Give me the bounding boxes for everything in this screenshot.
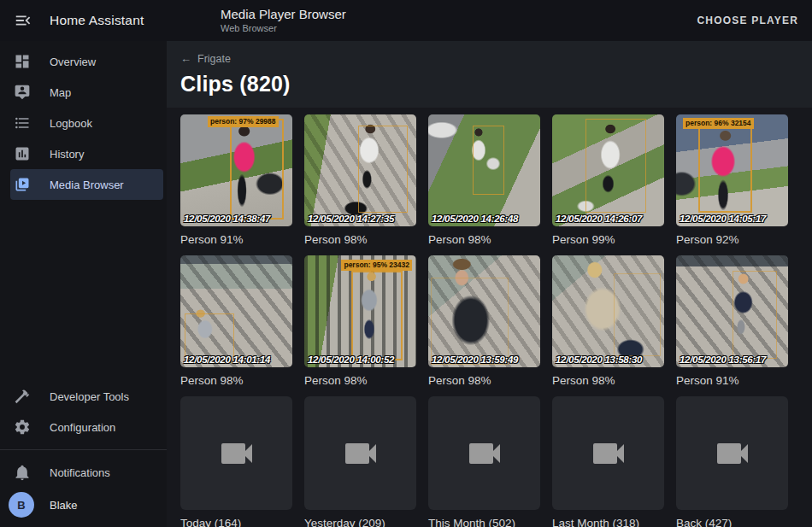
- clip-thumbnail: 12/05/2020 14:26:48: [428, 114, 540, 226]
- sidebar-item-developer-tools[interactable]: Developer Tools: [0, 381, 167, 412]
- clip-card[interactable]: 12/05/2020 14:27:35 Person 98%: [304, 114, 416, 249]
- user-name: Blake: [50, 499, 78, 512]
- clip-label: Person 98%: [428, 374, 540, 389]
- hammer-icon: [14, 388, 31, 405]
- folder-label: Yesterday (209): [304, 517, 416, 527]
- clip-card[interactable]: 12/05/2020 13:59:49 Person 98%: [428, 255, 540, 389]
- video-camera-icon: [216, 433, 257, 474]
- clip-timestamp: 12/05/2020 14:26:48: [432, 214, 518, 224]
- media-browser-panel: ← Frigate Clips (820) person: 97% 29988 …: [167, 41, 812, 527]
- folder-tile: [304, 396, 416, 510]
- folder-card[interactable]: Today (164): [180, 396, 292, 527]
- sidebar-item-user-profile[interactable]: B Blake: [0, 488, 167, 522]
- video-camera-icon: [712, 433, 753, 474]
- sidebar-item-notifications[interactable]: Notifications: [0, 457, 167, 488]
- clip-timestamp: 12/05/2020 14:00:52: [308, 354, 394, 365]
- clip-label: Person 98%: [552, 374, 664, 389]
- sidebar-spacer: [0, 200, 167, 381]
- clip-thumbnail: 12/05/2020 14:27:35: [304, 114, 416, 226]
- breadcrumb-back[interactable]: ← Frigate: [180, 52, 798, 65]
- folder-card[interactable]: Back (427): [676, 396, 788, 527]
- clip-thumbnail: 12/05/2020 13:58:30: [552, 255, 664, 367]
- clip-card[interactable]: person: 95% 23432 12/05/2020 14:00:52 Pe…: [304, 255, 416, 389]
- video-camera-icon: [588, 433, 629, 474]
- video-camera-icon: [464, 433, 505, 474]
- page-title: Media Player Browser: [221, 7, 346, 22]
- bell-icon: [14, 464, 31, 481]
- clip-card[interactable]: 12/05/2020 14:01:14 Person 98%: [180, 255, 292, 389]
- app-window: Home Assistant Media Player Browser Web …: [0, 0, 812, 527]
- folder-tile: [180, 396, 292, 510]
- clip-label: Person 99%: [552, 233, 664, 249]
- play-box-multiple-icon: [14, 176, 31, 193]
- sidebar-item-label: Notifications: [50, 466, 110, 479]
- clip-card[interactable]: 12/05/2020 13:58:30 Person 98%: [552, 255, 664, 389]
- user-avatar: B: [9, 492, 34, 518]
- clip-timestamp: 12/05/2020 13:56:17: [680, 354, 766, 365]
- media-browser-header: ← Frigate Clips (820): [167, 41, 812, 108]
- clip-card[interactable]: person: 96% 32154 12/05/2020 14:05:17 Pe…: [676, 114, 788, 249]
- folder-card[interactable]: Last Month (318): [552, 396, 664, 527]
- clip-thumbnail: 12/05/2020 14:01:14: [180, 255, 292, 367]
- sidebar-divider: [0, 449, 167, 450]
- sidebar-item-label: Configuration: [50, 421, 115, 434]
- clip-timestamp: 12/05/2020 14:26:07: [556, 214, 642, 224]
- clip-thumbnail: person: 97% 29988 12/05/2020 14:38:47: [180, 114, 292, 226]
- sidebar-item-label: Logbook: [50, 117, 92, 130]
- clip-card[interactable]: 12/05/2020 13:56:17 Person 91%: [676, 255, 788, 389]
- folder-label: This Month (502): [428, 517, 540, 527]
- clip-timestamp: 12/05/2020 14:27:35: [308, 214, 394, 224]
- folder-label: Back (427): [676, 517, 788, 527]
- clip-label: Person 92%: [676, 233, 788, 249]
- sidebar-item-map[interactable]: Map: [0, 77, 167, 108]
- map-account-icon: [14, 84, 31, 101]
- sidebar-item-label: Overview: [50, 56, 96, 68]
- breadcrumb-label: Frigate: [197, 53, 231, 65]
- topbar-sidebar-section: Home Assistant: [0, 10, 167, 31]
- topbar-main-section: Media Player Browser Web Browser CHOOSE …: [167, 7, 812, 34]
- sidebar-item-label: Media Browser: [50, 179, 124, 191]
- detection-bbox: [698, 126, 752, 213]
- sidebar-item-configuration[interactable]: Configuration: [0, 412, 167, 442]
- clip-card[interactable]: person: 97% 29988 12/05/2020 14:38:47 Pe…: [180, 114, 292, 249]
- chart-box-icon: [14, 145, 31, 162]
- clip-thumbnail: 12/05/2020 13:56:17: [676, 255, 788, 367]
- folder-card[interactable]: This Month (502): [428, 396, 540, 527]
- clip-timestamp: 12/05/2020 14:05:17: [680, 214, 766, 224]
- sidebar-item-logbook[interactable]: Logbook: [0, 108, 167, 138]
- app-title: Home Assistant: [50, 13, 144, 28]
- clip-label: Person 98%: [304, 233, 416, 249]
- detection-label: person: 95% 23432: [341, 260, 412, 271]
- clips-grid: person: 97% 29988 12/05/2020 14:38:47 Pe…: [167, 108, 812, 527]
- choose-player-button[interactable]: CHOOSE PLAYER: [697, 15, 812, 26]
- page-heading: Clips (820): [180, 72, 798, 97]
- detection-label: person: 96% 32154: [683, 118, 754, 129]
- clip-thumbnail: 12/05/2020 14:26:07: [552, 114, 664, 226]
- top-app-bar: Home Assistant Media Player Browser Web …: [0, 0, 812, 41]
- clip-label: Person 98%: [304, 374, 416, 389]
- dashboard-icon: [14, 53, 31, 70]
- clip-card[interactable]: 12/05/2020 14:26:48 Person 98%: [428, 114, 540, 249]
- menu-open-icon[interactable]: [13, 10, 33, 31]
- detection-bbox: [230, 119, 284, 220]
- sidebar-item-overview[interactable]: Overview: [0, 46, 167, 77]
- sidebar-item-label: Map: [50, 86, 71, 99]
- page-subtitle: Web Browser: [221, 23, 346, 34]
- clip-card[interactable]: 12/05/2020 14:26:07 Person 99%: [552, 114, 664, 249]
- detection-bbox: [614, 273, 661, 356]
- detection-bbox: [473, 126, 504, 195]
- detection-bbox: [431, 278, 509, 365]
- sidebar-item-media-browser[interactable]: Media Browser: [10, 169, 163, 200]
- clip-timestamp: 12/05/2020 14:38:47: [184, 214, 270, 224]
- detection-bbox: [585, 119, 646, 213]
- sidebar-item-history[interactable]: History: [0, 138, 167, 169]
- folder-label: Today (164): [180, 517, 292, 527]
- clip-thumbnail: person: 95% 23432 12/05/2020 14:00:52: [304, 255, 416, 367]
- folder-card[interactable]: Yesterday (209): [304, 396, 416, 527]
- clip-label: Person 91%: [676, 374, 788, 389]
- clip-thumbnail: 12/05/2020 13:59:49: [428, 255, 540, 367]
- clip-timestamp: 12/05/2020 13:58:30: [556, 354, 642, 365]
- folder-label: Last Month (318): [552, 517, 664, 527]
- sidebar-item-label: Developer Tools: [50, 390, 129, 403]
- back-arrow-icon: ←: [180, 52, 191, 65]
